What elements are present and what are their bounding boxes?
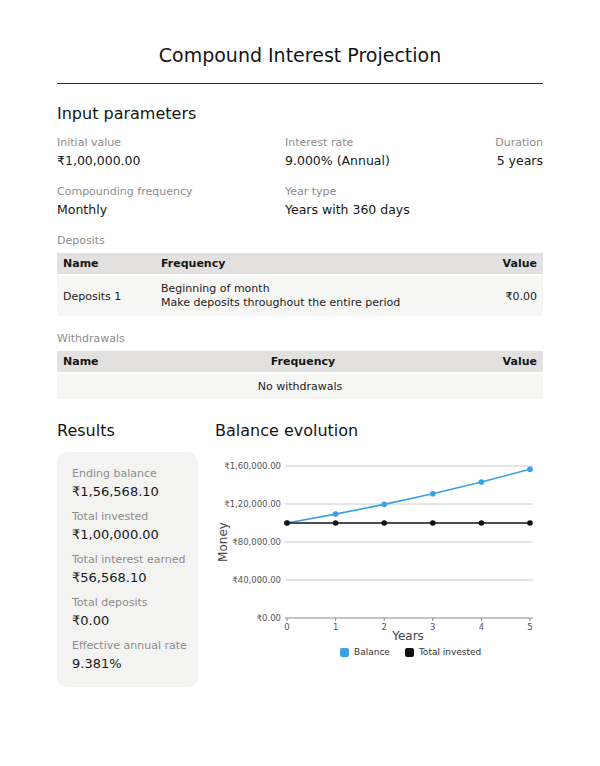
- col-header-value: Value: [451, 351, 543, 373]
- legend-swatch: [405, 648, 414, 657]
- result-value: ₹56,568.10: [72, 569, 190, 586]
- param-initial-value: Initial value ₹1,00,000.00: [57, 136, 285, 169]
- data-point: [527, 520, 533, 526]
- param-interest-rate: Interest rate 9.000% (Annual): [285, 136, 433, 169]
- y-tick-label: ₹80,000.00: [232, 537, 281, 547]
- data-point: [527, 466, 533, 472]
- series-line: [287, 469, 530, 523]
- chart-legend: BalanceTotal invested: [340, 647, 543, 657]
- data-point: [284, 520, 290, 526]
- x-tick-label: 2: [381, 622, 386, 632]
- param-compounding-frequency: Compounding frequency Monthly: [57, 185, 285, 218]
- x-tick-label: 1: [333, 622, 338, 632]
- col-header-frequency: Frequency: [155, 253, 451, 275]
- withdrawals-label: Withdrawals: [57, 332, 543, 345]
- param-label: Year type: [285, 185, 433, 199]
- input-parameters-grid: Initial value ₹1,00,000.00 Interest rate…: [57, 136, 543, 218]
- data-point: [333, 511, 339, 517]
- table-row: Deposits 1 Beginning of month Make depos…: [57, 275, 543, 316]
- legend-label: Balance: [354, 647, 390, 657]
- y-tick-label: ₹0.00: [257, 613, 281, 623]
- chart-wrap: ₹0.00₹40,000.00₹80,000.00₹1,20,000.00₹1,…: [215, 450, 543, 646]
- param-year-type: Year type Years with 360 days: [285, 185, 433, 218]
- x-tick-label: 3: [430, 622, 435, 632]
- deposit-name-cell: Deposits 1: [57, 275, 155, 316]
- param-value: 5 years: [433, 153, 543, 169]
- deposit-value-cell: ₹0.00: [451, 275, 543, 316]
- legend-item: Balance: [340, 647, 390, 657]
- data-point: [381, 520, 387, 526]
- legend-swatch: [340, 648, 349, 657]
- deposit-frequency-cell: Beginning of month Make deposits through…: [155, 275, 451, 316]
- deposit-frequency-line2: Make deposits throughout the entire peri…: [161, 296, 445, 310]
- param-label: Interest rate: [285, 136, 433, 150]
- chart-section: Balance evolution ₹0.00₹40,000.00₹80,000…: [215, 421, 543, 687]
- deposits-table: Name Frequency Value Deposits 1 Beginnin…: [57, 253, 543, 316]
- x-axis-title: Years: [391, 629, 424, 643]
- report-page: Compound Interest Projection Input param…: [0, 0, 600, 687]
- deposits-label: Deposits: [57, 234, 543, 247]
- input-parameters-heading: Input parameters: [57, 104, 543, 123]
- results-heading: Results: [57, 421, 215, 440]
- withdrawals-table: Name Frequency Value No withdrawals: [57, 351, 543, 399]
- data-point: [479, 520, 485, 526]
- bottom-section: Results Ending balance ₹1,56,568.10 Tota…: [57, 421, 543, 687]
- legend-item: Total invested: [405, 647, 481, 657]
- param-duration: Duration 5 years: [433, 136, 543, 169]
- x-tick-label: 0: [284, 622, 289, 632]
- result-value: ₹1,00,000.00: [72, 526, 190, 543]
- result-total-invested: Total invested ₹1,00,000.00: [72, 510, 190, 543]
- param-value: Years with 360 days: [285, 202, 433, 218]
- chart-heading: Balance evolution: [215, 421, 543, 440]
- result-label: Total invested: [72, 510, 190, 524]
- col-header-name: Name: [57, 351, 155, 373]
- result-value: 9.381%: [72, 655, 190, 672]
- results-card: Ending balance ₹1,56,568.10 Total invest…: [57, 452, 198, 687]
- withdrawals-header-row: Name Frequency Value: [57, 351, 543, 373]
- result-label: Total deposits: [72, 596, 190, 610]
- title-divider: [57, 83, 543, 84]
- no-withdrawals-cell: No withdrawals: [57, 373, 543, 399]
- param-label: Initial value: [57, 136, 285, 150]
- data-point: [430, 520, 436, 526]
- result-total-interest-earned: Total interest earned ₹56,568.10: [72, 553, 190, 586]
- param-value: Monthly: [57, 202, 285, 218]
- result-value: ₹0.00: [72, 612, 190, 629]
- result-ending-balance: Ending balance ₹1,56,568.10: [72, 467, 190, 500]
- col-header-frequency: Frequency: [155, 351, 451, 373]
- param-label: Compounding frequency: [57, 185, 285, 199]
- col-header-value: Value: [451, 253, 543, 275]
- y-axis-title: Money: [216, 522, 230, 562]
- page-title: Compound Interest Projection: [57, 44, 543, 66]
- param-value: 9.000% (Annual): [285, 153, 433, 169]
- y-tick-label: ₹1,60,000.00: [224, 461, 281, 471]
- result-effective-annual-rate: Effective annual rate 9.381%: [72, 639, 190, 672]
- data-point: [333, 520, 339, 526]
- result-label: Effective annual rate: [72, 639, 190, 653]
- data-point: [381, 502, 387, 508]
- x-tick-label: 5: [527, 622, 532, 632]
- deposit-frequency-line1: Beginning of month: [161, 282, 445, 296]
- results-section: Results Ending balance ₹1,56,568.10 Tota…: [57, 421, 215, 687]
- deposits-header-row: Name Frequency Value: [57, 253, 543, 275]
- data-point: [430, 491, 436, 497]
- result-label: Total interest earned: [72, 553, 190, 567]
- param-value: ₹1,00,000.00: [57, 153, 285, 169]
- param-label: Duration: [433, 136, 543, 150]
- y-tick-label: ₹40,000.00: [232, 575, 281, 585]
- result-total-deposits: Total deposits ₹0.00: [72, 596, 190, 629]
- result-value: ₹1,56,568.10: [72, 483, 190, 500]
- data-point: [479, 479, 485, 485]
- x-tick-label: 4: [479, 622, 484, 632]
- y-tick-label: ₹1,20,000.00: [224, 499, 281, 509]
- col-header-name: Name: [57, 253, 155, 275]
- legend-label: Total invested: [419, 647, 481, 657]
- balance-chart: ₹0.00₹40,000.00₹80,000.00₹1,20,000.00₹1,…: [215, 450, 547, 646]
- table-row: No withdrawals: [57, 373, 543, 399]
- result-label: Ending balance: [72, 467, 190, 481]
